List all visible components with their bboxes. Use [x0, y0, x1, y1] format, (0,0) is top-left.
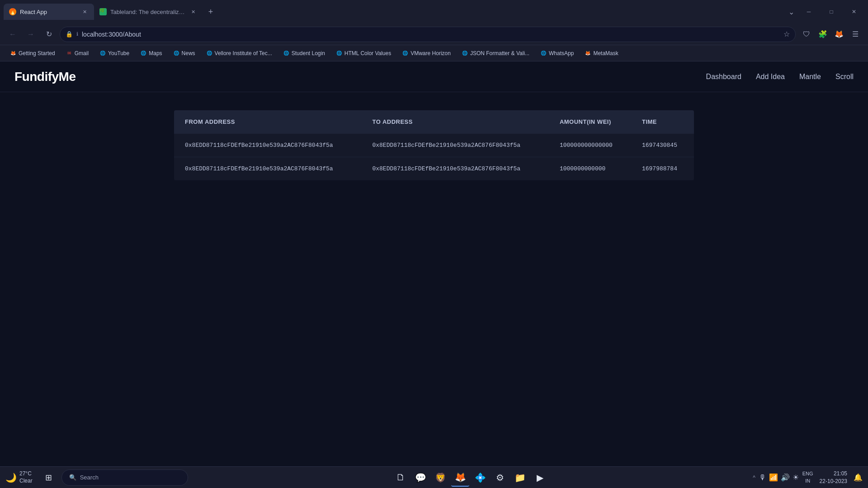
app-content: FundifyMe Dashboard Add Idea Mantle Scro…: [0, 61, 868, 466]
minimize-button[interactable]: ─: [798, 5, 819, 19]
bookmark-star-icon[interactable]: ☆: [783, 30, 790, 38]
vscode-icon: 💠: [475, 472, 486, 483]
reload-button[interactable]: ↻: [42, 27, 56, 42]
row2-amount: 1000000000000: [549, 157, 631, 181]
menu-button[interactable]: ☰: [848, 27, 863, 42]
close-button[interactable]: ✕: [844, 5, 864, 19]
brightness-icon[interactable]: ☀: [793, 473, 799, 482]
taskbar-app-media[interactable]: ▶: [531, 469, 549, 487]
extensions-button[interactable]: 🧩: [816, 27, 830, 42]
start-button[interactable]: ⊞: [40, 469, 58, 487]
metamask-bookmark-icon: 🦊: [585, 50, 591, 56]
forward-button[interactable]: →: [24, 27, 38, 42]
tab-react[interactable]: 🔥 React App ✕: [4, 4, 94, 20]
taskbar-app-tool[interactable]: ⚙: [491, 469, 509, 487]
notification-icon[interactable]: 🔔: [854, 473, 863, 482]
search-icon: 🔍: [69, 474, 76, 481]
taskbar-app-vscode[interactable]: 💠: [471, 469, 489, 487]
taskbar-center: 🗋 💬 🦁 🦊 💠 ⚙ 📁 ▶: [193, 469, 747, 487]
title-bar: 🔥 React App ✕ 🌿 Tableland: The decentral…: [0, 0, 868, 23]
taskbar-app-firefox[interactable]: 🦊: [451, 469, 469, 487]
language-indicator[interactable]: ENG IN: [802, 470, 813, 484]
bookmark-json-formatter[interactable]: 🌐 JSON Formatter & Vali...: [457, 48, 534, 58]
bookmark-whatsapp[interactable]: 🌐 WhatsApp: [536, 48, 578, 58]
bookmark-vmware-label: VMware Horizon: [410, 50, 451, 56]
tab-tableland[interactable]: 🌿 Tableland: The decentralized d... ✕: [94, 4, 203, 20]
bookmark-metamask[interactable]: 🦊 MetaMask: [580, 48, 623, 58]
getting-started-icon: 🦊: [10, 50, 16, 56]
news-icon: 🌐: [173, 50, 179, 56]
maximize-button[interactable]: □: [821, 5, 842, 19]
hamburger-icon: ☰: [852, 30, 859, 38]
weather-temp: 27°C: [19, 470, 33, 478]
clock-date: 22-10-2023: [820, 478, 847, 485]
bookmark-vmware[interactable]: 🌐 VMware Horizon: [397, 48, 455, 58]
tab-close-react[interactable]: ✕: [80, 8, 89, 16]
media-icon: ▶: [537, 472, 543, 483]
tab-favicon-tableland: 🌿: [99, 8, 107, 15]
taskbar-app-cortana[interactable]: 💬: [411, 469, 429, 487]
taskbar-app-explorer[interactable]: 🗋: [392, 469, 410, 487]
back-button[interactable]: ←: [5, 27, 20, 42]
clock-time: 21:05: [820, 470, 847, 478]
weather-text: 27°C Clear: [19, 470, 33, 484]
bookmark-html-color[interactable]: 🌐 HTML Color Values: [331, 48, 396, 58]
volume-icon[interactable]: 🔊: [781, 473, 790, 482]
row1-time: 1697430845: [631, 134, 694, 157]
weather-widget[interactable]: 🌙 27°C Clear: [5, 470, 33, 484]
puzzle-icon: 🧩: [818, 30, 827, 38]
clock[interactable]: 21:05 22-10-2023: [817, 469, 850, 486]
new-tab-button[interactable]: +: [204, 5, 217, 18]
notification-area: ^: [753, 474, 755, 481]
taskbar-left: 🌙 27°C Clear ⊞ 🔍 Search: [0, 469, 193, 487]
taskbar-search[interactable]: 🔍 Search: [61, 469, 188, 486]
system-tray: 🎙 📶 🔊 ☀: [759, 473, 799, 482]
weather-condition: Clear: [19, 478, 33, 485]
tab-title-react: React App: [20, 9, 77, 15]
tab-overflow-button[interactable]: ⌄: [784, 5, 798, 19]
mic-icon[interactable]: 🎙: [759, 474, 766, 482]
firefox-icon: 🦊: [455, 472, 466, 483]
taskbar-app-folder[interactable]: 📁: [511, 469, 529, 487]
bookmark-gmail[interactable]: ✉ Gmail: [61, 48, 93, 58]
bookmark-vellore[interactable]: 🌐 Vellore Institute of Tec...: [202, 48, 277, 58]
nav-add-idea[interactable]: Add Idea: [756, 73, 785, 81]
wifi-icon[interactable]: 📶: [769, 473, 778, 482]
metamask-button[interactable]: 🦊: [832, 27, 846, 42]
youtube-icon: 🌐: [99, 50, 106, 56]
bookmark-student-login[interactable]: 🌐 Student Login: [278, 48, 330, 58]
address-bar[interactable]: 🔒 ℹ localhost:3000/About ☆: [60, 27, 796, 42]
tool-icon: ⚙: [496, 472, 504, 483]
folder-icon: 📁: [514, 472, 526, 483]
nav-mantle[interactable]: Mantle: [799, 73, 821, 81]
table-body: 0x8EDD87118cFDEfBe21910e539a2AC876F8043f…: [174, 134, 694, 181]
vmware-icon: 🌐: [402, 50, 408, 56]
navigation-bar: ← → ↻ 🔒 ℹ localhost:3000/About ☆ 🛡 🧩 🦊: [0, 23, 868, 45]
window-controls: ─ □ ✕: [798, 5, 864, 19]
row2-to-address: 0x8EDD87118cFDEfBe21910e539a2AC876F8043f…: [361, 157, 548, 181]
col-from-address: FROM ADDRESS: [174, 110, 361, 134]
bookmark-news[interactable]: 🌐 News: [169, 48, 200, 58]
bookmark-youtube[interactable]: 🌐 YouTube: [95, 48, 134, 58]
bookmark-news-label: News: [182, 50, 195, 56]
nav-scroll[interactable]: Scroll: [835, 73, 854, 81]
bookmark-maps-label: Maps: [149, 50, 162, 56]
weather-icon: 🌙: [5, 472, 17, 483]
shield-action-button[interactable]: 🛡: [799, 27, 814, 42]
table-header-row: FROM ADDRESS TO ADDRESS AMOUNT(in wei) T…: [174, 110, 694, 134]
bookmark-maps[interactable]: 🌐 Maps: [136, 48, 166, 58]
bookmark-vellore-label: Vellore Institute of Tec...: [215, 50, 272, 56]
table-row: 0x8EDD87118cFDEfBe21910e539a2AC876F8043f…: [174, 157, 694, 181]
tray-expand-icon[interactable]: ^: [753, 474, 755, 481]
bookmark-json-formatter-label: JSON Formatter & Vali...: [470, 50, 529, 56]
nav-dashboard[interactable]: Dashboard: [706, 73, 741, 81]
tab-bar: 🔥 React App ✕ 🌿 Tableland: The decentral…: [4, 4, 784, 20]
taskbar-app-brave[interactable]: 🦁: [431, 469, 449, 487]
row1-from-address: 0x8EDD87118cFDEfBe21910e539a2AC876F8043f…: [174, 134, 361, 157]
html-color-icon: 🌐: [336, 50, 342, 56]
gmail-icon: ✉: [66, 50, 72, 56]
bookmark-gmail-label: Gmail: [75, 50, 89, 56]
brave-icon: 🦁: [435, 472, 446, 483]
bookmark-getting-started[interactable]: 🦊 Getting Started: [5, 48, 60, 58]
tab-close-tableland[interactable]: ✕: [189, 8, 197, 16]
